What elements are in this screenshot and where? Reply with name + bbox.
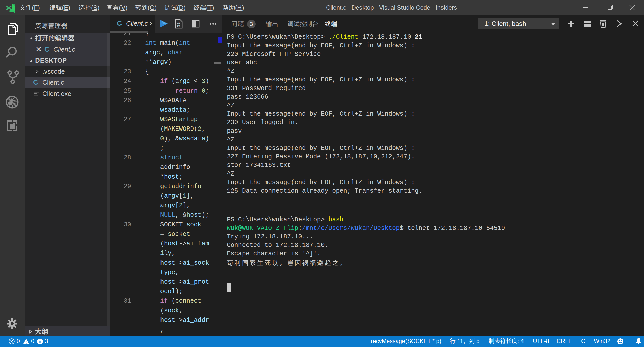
svg-text:01: 01 (177, 21, 180, 24)
svg-text:10: 10 (177, 24, 180, 27)
